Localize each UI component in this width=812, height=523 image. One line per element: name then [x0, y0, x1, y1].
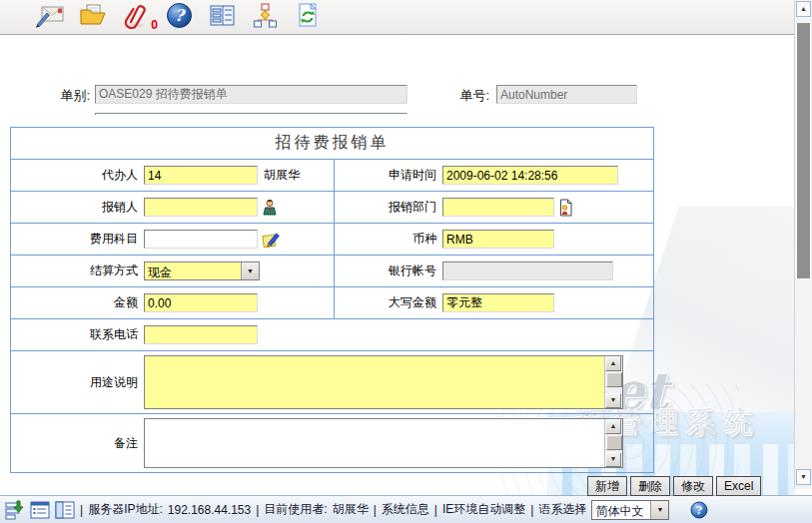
scroll-thumb[interactable]: [606, 372, 622, 387]
remark-scrollbar[interactable]: ▲ ▼: [604, 419, 622, 467]
table-row: 结算方式 现金 ▼ 银行帐号: [11, 255, 653, 286]
table-row: 联系电话: [11, 318, 653, 350]
department-input[interactable]: [442, 198, 554, 217]
separator: |: [434, 503, 437, 517]
help-ball-icon[interactable]: ?: [690, 501, 708, 519]
attachment-button[interactable]: 0: [120, 2, 152, 32]
system-info-link[interactable]: 系统信息: [382, 501, 429, 518]
table-row: 金额 大写金额: [11, 286, 653, 318]
list-view-button[interactable]: [206, 2, 238, 32]
form-list-icon[interactable]: [30, 501, 50, 519]
open-folder-button[interactable]: [77, 2, 109, 32]
separator: |: [256, 503, 259, 517]
delete-button[interactable]: 删除: [630, 476, 670, 496]
current-user-name: 胡展华: [333, 501, 369, 518]
action-button-bar: 新增 删除 修改 Excel: [587, 476, 761, 496]
bank-account-label: 银行帐号: [335, 262, 439, 279]
expense-subject-picker-note-icon[interactable]: [262, 231, 281, 249]
compose-mail-icon: [34, 2, 66, 32]
currency-input[interactable]: [442, 230, 554, 249]
scroll-down-icon[interactable]: ▼: [605, 452, 621, 467]
server-ip-value: 192.168.44.153: [168, 503, 251, 517]
add-button[interactable]: 新增: [587, 476, 627, 496]
agent-display-name: 胡展华: [264, 167, 300, 184]
expense-form-table: 招待费报销单 代办人 胡展华 申请时间 报销人: [10, 127, 654, 473]
workflow-icon: [252, 3, 279, 31]
excel-button[interactable]: Excel: [716, 476, 761, 496]
purpose-textarea[interactable]: ▲ ▼: [144, 355, 623, 409]
scroll-thumb[interactable]: [796, 22, 811, 279]
table-row: 用途说明 ▲ ▼: [11, 350, 653, 413]
chevron-down-icon[interactable]: ▼: [241, 262, 259, 279]
table-row: 代办人 胡展华 申请时间: [11, 159, 653, 191]
main-content: net 程管理系统 招待费报销单 代办人 胡展华 申请时间 报销人: [0, 115, 795, 495]
vertical-scrollbar[interactable]: ▲ ▼: [794, 0, 812, 489]
workflow-button[interactable]: [249, 2, 281, 32]
panel-layout-icon[interactable]: [55, 501, 75, 519]
table-row: 费用科目 币种: [11, 223, 653, 255]
department-picker-icon[interactable]: [558, 199, 573, 217]
scroll-down-icon[interactable]: ▼: [605, 393, 621, 408]
table-row: 报销人 报销部门: [11, 191, 653, 223]
help-button[interactable]: ?: [163, 2, 195, 32]
apply-time-input[interactable]: [442, 166, 618, 185]
settlement-label: 结算方式: [11, 262, 141, 279]
form-type-label: 单别:: [28, 87, 90, 105]
amount-input[interactable]: [144, 293, 258, 312]
attachment-icon: [123, 2, 149, 32]
reporter-input[interactable]: [144, 198, 258, 217]
separator: |: [374, 503, 377, 517]
svg-text:?: ?: [696, 504, 702, 517]
server-ip-label: 服务器IP地址:: [88, 501, 163, 518]
form-type-input[interactable]: [95, 85, 407, 104]
chevron-down-icon[interactable]: ▼: [650, 501, 668, 519]
form-no-input[interactable]: [496, 85, 637, 104]
agent-label: 代办人: [11, 167, 141, 184]
settlement-selected-value: 现金: [145, 262, 241, 279]
reporter-label: 报销人: [11, 199, 141, 216]
amount-in-words-input[interactable]: [442, 293, 554, 312]
purpose-label: 用途说明: [11, 374, 141, 391]
reporter-picker-person-icon[interactable]: [262, 199, 278, 216]
language-select[interactable]: 简体中文 ▼: [591, 500, 669, 520]
scroll-up-icon[interactable]: ▲: [605, 419, 621, 434]
form-title: 招待费报销单: [11, 128, 653, 159]
compose-mail-button[interactable]: [34, 2, 66, 32]
refresh-button[interactable]: [292, 2, 324, 32]
amount-label: 金额: [11, 294, 141, 311]
remark-text[interactable]: [145, 419, 605, 467]
attachment-count-badge: 0: [151, 18, 158, 32]
expense-subject-input[interactable]: [144, 230, 258, 249]
remark-textarea[interactable]: ▲ ▼: [144, 418, 623, 468]
expense-subject-label: 费用科目: [11, 231, 141, 248]
document-header: 单别: 单号: 主题: 重要性: 低 普通 高: [0, 36, 795, 115]
purpose-scrollbar[interactable]: ▲ ▼: [604, 356, 622, 408]
scroll-thumb[interactable]: [606, 435, 622, 450]
remark-label: 备注: [11, 435, 141, 452]
agent-input[interactable]: [144, 166, 258, 185]
department-label: 报销部门: [335, 199, 439, 216]
app-window: 0 ?: [0, 0, 812, 523]
scroll-down-icon[interactable]: ▼: [796, 469, 811, 485]
table-row: 备注 ▲ ▼: [11, 413, 653, 472]
amount-in-words-label: 大写金额: [335, 294, 439, 311]
bank-account-input[interactable]: [442, 262, 613, 280]
ie-adjust-link[interactable]: IE环境自动调整: [442, 501, 525, 518]
separator: |: [80, 503, 83, 517]
settlement-select[interactable]: 现金 ▼: [144, 262, 260, 280]
modify-button[interactable]: 修改: [673, 476, 713, 496]
current-user-label: 目前使用者:: [264, 501, 327, 518]
purpose-text[interactable]: [145, 356, 605, 408]
help-icon: ?: [166, 2, 193, 32]
scroll-up-icon[interactable]: ▲: [605, 356, 621, 371]
currency-label: 币种: [335, 231, 439, 248]
scroll-up-icon[interactable]: ▲: [796, 1, 811, 17]
phone-input[interactable]: [144, 325, 258, 344]
list-view-icon: [209, 4, 236, 30]
separator: |: [530, 503, 533, 517]
toolbar: 0 ?: [0, 0, 795, 35]
language-selected-value: 简体中文: [592, 501, 650, 519]
form-no-label: 单号:: [427, 87, 489, 105]
export-icon[interactable]: [5, 500, 25, 520]
phone-label: 联系电话: [11, 326, 141, 343]
